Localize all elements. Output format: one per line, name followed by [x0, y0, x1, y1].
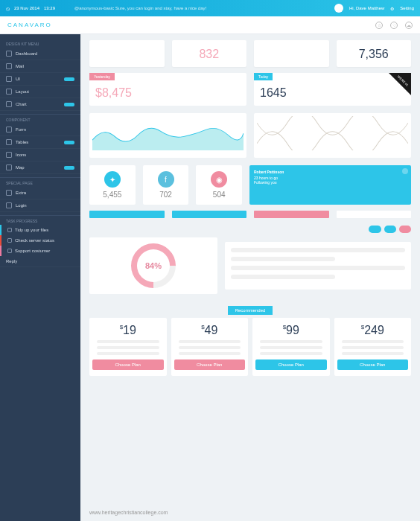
sidebar-badge [64, 77, 74, 81]
topbar-time: 13:29 [44, 6, 55, 10]
checkbox-icon[interactable] [7, 249, 12, 253]
sidebar-item-extra[interactable]: Extra [0, 187, 80, 199]
money-card: Yesterday$8,475 [89, 73, 246, 106]
sidebar-reply[interactable]: Reply [0, 256, 80, 267]
topbar-date: 23 Nov 2014 [14, 6, 39, 10]
heart-icon[interactable]: ♡ [390, 22, 398, 29]
sidebar: Design Kit MenuDashboardMailUILayoutChar… [0, 34, 80, 521]
feature-line [260, 340, 322, 343]
tag[interactable] [399, 226, 411, 233]
sidebar-item-label: Map [16, 165, 25, 170]
feature-line [260, 352, 322, 355]
main: 8327,356 Yesterday$8,475Today1645WE'RE #… [80, 34, 420, 521]
sidebar-item-label: Form [16, 127, 26, 132]
sidebar-item-label: Mail [16, 64, 24, 68]
feature-line [97, 346, 159, 349]
strip-btn[interactable] [254, 211, 329, 218]
strip-spacer [337, 211, 412, 218]
social-card: ✦5,455 [89, 165, 136, 205]
sidebar-badge [64, 166, 74, 170]
social-card: ◉504 [196, 165, 242, 205]
task-item[interactable]: Tidy up your files [0, 225, 80, 235]
sidebar-item-dashboard[interactable]: Dashboard [0, 48, 80, 60]
feature-line [342, 346, 404, 349]
stat-value: 832 [176, 48, 243, 61]
social-value: 504 [199, 191, 239, 199]
panel-line: Following you [254, 180, 407, 185]
extra-icon [6, 190, 12, 196]
social-value: 702 [146, 191, 186, 199]
price-amount: $249 [337, 324, 409, 337]
panel-action-icon[interactable] [402, 168, 408, 174]
stat-value: 7,356 [341, 48, 407, 61]
topbar-msg: @anonymous-basic Sure, you can login and… [74, 6, 206, 10]
feature-line [342, 340, 404, 343]
sidebar-item-map[interactable]: Map [0, 162, 80, 174]
sidebar-item-label: Tables [16, 140, 28, 144]
map-icon [6, 164, 12, 170]
star-icon[interactable]: ☆ [375, 22, 383, 29]
twitter-icon[interactable]: ✦ [104, 171, 121, 188]
area-chart [89, 113, 246, 158]
icons-icon [6, 152, 12, 158]
sidebar-item-label: Chart [16, 102, 27, 106]
avatar[interactable] [334, 4, 343, 13]
feature-line [342, 352, 404, 355]
price-card: $249Choose Plan [334, 318, 412, 376]
header: CANAVARO ☆ ♡ ☁ [0, 16, 420, 34]
feature-line [97, 352, 159, 355]
sidebar-section: Special Page [0, 177, 80, 187]
strip-btn[interactable] [89, 211, 165, 218]
sidebar-item-label: Dashboard [16, 51, 37, 56]
sidebar-item-icons[interactable]: Icons [0, 149, 80, 162]
tag[interactable] [369, 226, 381, 233]
price-card: $49Choose Plan [171, 318, 249, 376]
line-item [231, 257, 335, 261]
checkbox-icon[interactable] [7, 238, 12, 243]
facebook-icon[interactable]: f [158, 171, 174, 188]
feature-line [260, 346, 322, 349]
gauge: 84% [122, 234, 185, 298]
money-value: $8,475 [95, 86, 241, 100]
choose-plan-button[interactable]: Choose Plan [255, 359, 327, 370]
ui-icon [6, 76, 12, 82]
money-badge: Today [254, 73, 273, 80]
sidebar-item-layout[interactable]: Layout [0, 86, 80, 98]
tag[interactable] [384, 226, 396, 233]
stat-card [254, 40, 329, 67]
sidebar-item-form[interactable]: Form [0, 124, 80, 136]
sidebar-item-chart[interactable]: Chart [0, 98, 80, 111]
gauge-card: 84% [89, 237, 217, 294]
gear-icon[interactable]: ⚙ [390, 6, 394, 11]
money-card: Today1645WE'RE #1 [254, 73, 411, 106]
sidebar-item-login[interactable]: Login [0, 199, 80, 212]
choose-plan-button[interactable]: Choose Plan [174, 359, 246, 370]
sidebar-item-tables[interactable]: Tables [0, 136, 80, 149]
task-item[interactable]: Support costumer [0, 246, 80, 256]
cloud-icon[interactable]: ☁ [405, 22, 413, 29]
chart-icon [6, 101, 12, 107]
panel-title: Robert Pattinson [254, 170, 407, 174]
progress-lines [225, 242, 411, 290]
feature-line [179, 340, 241, 343]
sidebar-item-mail[interactable]: Mail [0, 60, 80, 73]
sidebar-section: Component [0, 114, 80, 124]
choose-plan-button[interactable]: Choose Plan [337, 359, 409, 370]
price-card: $19Choose Plan [89, 318, 167, 376]
task-item[interactable]: Check server status [0, 235, 80, 246]
choose-plan-button[interactable]: Choose Plan [92, 359, 164, 370]
strip-btn[interactable] [172, 211, 247, 218]
topbar-user[interactable]: Hi, Dave Matthew [349, 6, 384, 10]
recommended-badge-wrap: Recommended [89, 301, 411, 315]
feature-line [179, 346, 241, 349]
checkbox-icon[interactable] [7, 228, 12, 232]
sidebar-section: Task Progress [0, 215, 80, 225]
sidebar-item-ui[interactable]: UI [0, 73, 80, 86]
gauge-percent: 84% [145, 261, 162, 270]
dribbble-icon[interactable]: ◉ [211, 171, 227, 188]
topbar-settings[interactable]: Setting [400, 6, 414, 10]
price-card: $99Choose Plan [252, 318, 330, 376]
clock-icon: ◷ [6, 6, 10, 11]
sidebar-section: Design Kit Menu [0, 39, 80, 48]
line-chart [254, 113, 411, 158]
